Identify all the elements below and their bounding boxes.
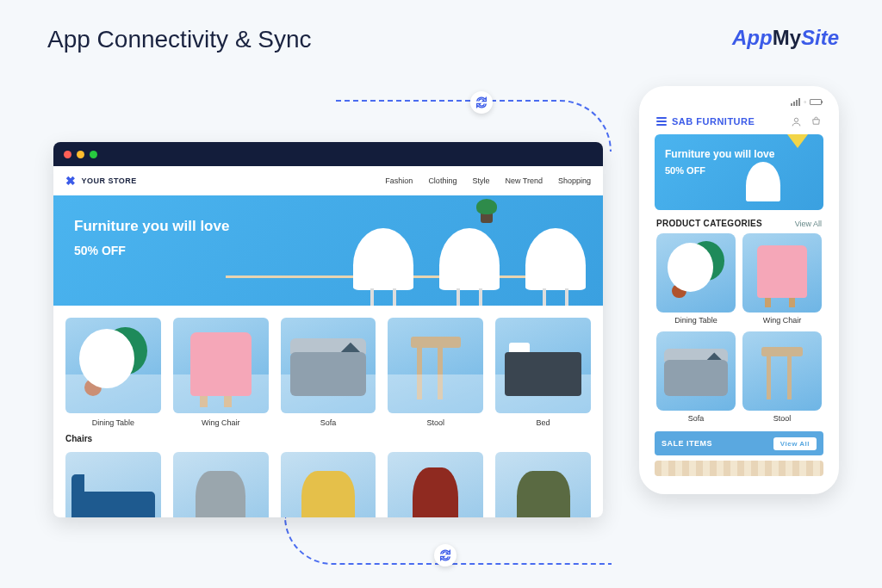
product-thumb xyxy=(281,318,376,413)
product-thumb xyxy=(495,318,591,413)
chair-card[interactable] xyxy=(173,452,269,517)
product-thumb xyxy=(388,318,483,413)
category-thumb xyxy=(656,233,736,313)
sale-items-bar: SALE ITEMS View All xyxy=(655,431,823,455)
category-thumb xyxy=(742,331,822,411)
nav-item-clothing[interactable]: Clothing xyxy=(428,176,457,185)
sale-strip xyxy=(655,461,823,476)
logo-part-site: Site xyxy=(801,26,839,49)
chair-shape xyxy=(345,224,422,306)
nav-item-new-trend[interactable]: New Trend xyxy=(505,176,543,185)
category-label: Wing Chair xyxy=(763,316,802,325)
nav-item-fashion[interactable]: Fashion xyxy=(385,176,413,185)
site-header: ✖ YOUR STORE Fashion Clothing Style New … xyxy=(53,166,603,195)
product-card-stool[interactable]: Stool xyxy=(388,318,483,427)
categories-header: PRODUCT CATEGORIES View All xyxy=(648,210,830,233)
signal-icon xyxy=(791,98,800,106)
window-max-dot[interactable] xyxy=(90,151,97,158)
chair-card[interactable] xyxy=(65,452,161,517)
chair-card[interactable] xyxy=(495,452,591,517)
wifi-icon: ◦ xyxy=(804,98,806,106)
product-thumb xyxy=(173,318,269,413)
product-label: Sofa xyxy=(320,418,337,427)
logo-part-app: App xyxy=(732,26,773,49)
chair-shape xyxy=(517,224,594,306)
nav-item-shopping[interactable]: Shopping xyxy=(558,176,591,185)
app-brand: SAB FURNITURE xyxy=(672,116,755,127)
store-logo[interactable]: ✖ YOUR STORE xyxy=(65,174,137,188)
store-logo-mark: ✖ xyxy=(65,174,77,188)
sale-title: SALE ITEMS xyxy=(662,439,712,448)
product-row: Dining Table Wing Chair Sofa Stool Bed xyxy=(53,306,603,432)
product-card-sofa[interactable]: Sofa xyxy=(281,318,376,427)
appmysite-logo: AppMySite xyxy=(732,26,839,50)
mobile-phone-frame: ◦ SAB FURNITURE Furniture you will love … xyxy=(639,86,839,494)
app-hero-banner[interactable]: Furniture you will love 50% OFF xyxy=(655,134,823,210)
sync-icon xyxy=(434,544,457,566)
lamp-icon xyxy=(787,134,808,148)
category-label: Sofa xyxy=(688,414,705,423)
window-close-dot[interactable] xyxy=(64,151,71,158)
chair-shape xyxy=(431,224,508,306)
site-nav: Fashion Clothing Style New Trend Shoppin… xyxy=(385,176,591,185)
chair-row xyxy=(53,445,603,517)
desktop-browser-window: ✖ YOUR STORE Fashion Clothing Style New … xyxy=(53,142,603,517)
hero-headline: Furniture you will love xyxy=(665,148,813,160)
category-thumb xyxy=(742,233,822,313)
hero-chairs xyxy=(345,195,594,306)
product-thumb xyxy=(65,318,161,413)
logo-part-my: My xyxy=(773,26,801,49)
svg-point-0 xyxy=(794,118,798,121)
sync-icon xyxy=(470,91,493,114)
window-min-dot[interactable] xyxy=(77,151,84,158)
product-label: Dining Table xyxy=(92,418,134,427)
hero-chair-shape xyxy=(737,162,789,210)
product-card-dining-table[interactable]: Dining Table xyxy=(65,318,161,427)
category-thumb xyxy=(656,331,736,411)
battery-icon xyxy=(810,99,822,105)
category-card-dining-table[interactable]: Dining Table xyxy=(656,233,736,325)
category-card-stool[interactable]: Stool xyxy=(742,331,822,423)
category-label: Dining Table xyxy=(674,316,717,325)
window-titlebar xyxy=(53,142,603,166)
chair-card[interactable] xyxy=(281,452,376,517)
product-label: Bed xyxy=(537,418,550,427)
category-card-wing-chair[interactable]: Wing Chair xyxy=(742,233,822,325)
categories-grid: Dining Table Wing Chair Sofa Stool xyxy=(648,233,830,423)
categories-title: PRODUCT CATEGORIES xyxy=(656,219,762,228)
menu-icon[interactable] xyxy=(656,117,667,126)
hero-banner[interactable]: Furniture you will love 50% OFF xyxy=(53,195,603,306)
view-all-link[interactable]: View All xyxy=(795,220,822,228)
sale-view-all-button[interactable]: View All xyxy=(773,437,817,450)
cart-icon[interactable] xyxy=(811,116,822,127)
page-title: App Connectivity & Sync xyxy=(47,26,312,53)
product-card-wing-chair[interactable]: Wing Chair xyxy=(173,318,269,427)
store-name: YOUR STORE xyxy=(82,176,137,185)
chair-card[interactable] xyxy=(388,452,483,517)
product-card-bed[interactable]: Bed xyxy=(495,318,591,427)
category-label: Stool xyxy=(773,414,792,423)
phone-status-bar: ◦ xyxy=(648,95,830,108)
category-card-sofa[interactable]: Sofa xyxy=(656,331,736,423)
section-label-chairs: Chairs xyxy=(53,432,603,445)
app-header: SAB FURNITURE xyxy=(648,108,830,134)
product-label: Wing Chair xyxy=(202,418,240,427)
product-label: Stool xyxy=(427,418,445,427)
nav-item-style[interactable]: Style xyxy=(472,176,489,185)
user-icon[interactable] xyxy=(791,116,802,127)
